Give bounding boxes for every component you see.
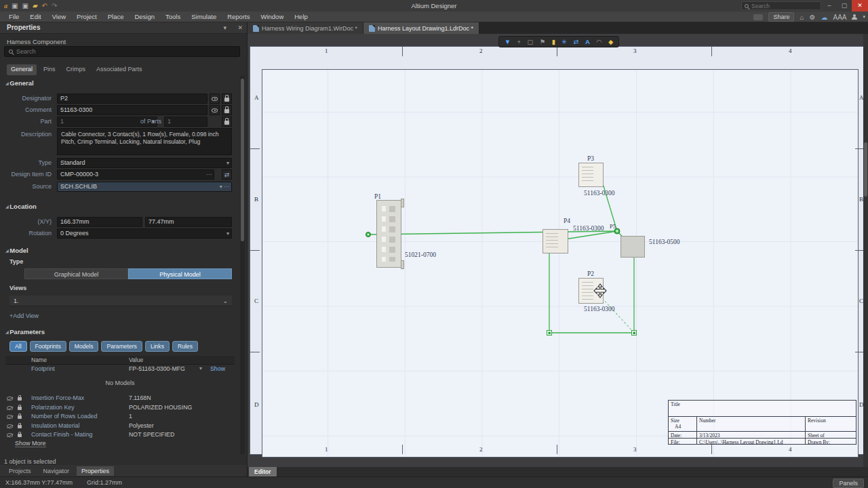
filter-links[interactable]: Links <box>145 341 170 352</box>
tab-associated-parts[interactable]: Associated Parts <box>92 64 146 75</box>
global-search[interactable] <box>741 1 821 10</box>
section-parameters[interactable]: Parameters <box>5 328 45 336</box>
menu-reports[interactable]: Reports <box>222 12 254 22</box>
menu-simulate[interactable]: Simulate <box>186 12 221 22</box>
settings-gear-icon[interactable]: ⚙ <box>810 14 816 21</box>
visibility-off-icon[interactable] <box>7 433 13 437</box>
comment-field[interactable]: 51163-0300 <box>57 105 208 115</box>
parameter-row[interactable]: Insertion Force-Max 7.1168N <box>5 394 235 404</box>
open-folder-icon[interactable]: ▰ <box>33 1 38 11</box>
connector-p4[interactable] <box>542 229 568 253</box>
connector-p5[interactable] <box>620 236 645 258</box>
filter-rules[interactable]: Rules <box>172 341 198 352</box>
global-search-input[interactable] <box>751 3 812 9</box>
menu-design[interactable]: Design <box>130 12 159 22</box>
lock-icon[interactable] <box>18 407 22 410</box>
lock-icon[interactable] <box>18 425 22 428</box>
connector-icon[interactable]: ▮ <box>552 37 555 47</box>
filter-icon[interactable]: ▼ <box>505 37 511 47</box>
lock-icon[interactable] <box>18 397 22 401</box>
comment-icon[interactable] <box>753 14 763 20</box>
splice-icon[interactable]: ✳ <box>561 37 567 47</box>
flag-icon[interactable]: ⚑ <box>540 37 546 47</box>
x-field[interactable]: 166.37mm <box>57 217 142 227</box>
filter-parameters[interactable]: Parameters <box>101 341 142 352</box>
tab-crimps[interactable]: Crimps <box>62 64 90 75</box>
add-view-link[interactable]: +Add View <box>9 312 39 319</box>
filter-footprints[interactable]: Footprints <box>30 341 66 352</box>
menu-edit[interactable]: Edit <box>25 12 45 22</box>
of-parts-field[interactable]: 1 <box>164 117 208 127</box>
visibility-off-icon[interactable] <box>7 396 13 401</box>
properties-search-input[interactable] <box>16 48 220 55</box>
menu-help[interactable]: Help <box>290 12 313 22</box>
section-model[interactable]: Model <box>5 247 28 254</box>
parameter-row[interactable]: Contact Finish - Mating NOT SPECIFIED <box>5 431 235 441</box>
maximize-button[interactable]: ▢ <box>837 0 852 12</box>
profile-dropdown-icon[interactable]: ▾ <box>863 14 865 20</box>
footprint-row[interactable]: Footprint FP-51163-0300-MFG ▾ Show <box>5 365 235 375</box>
design-item-id-field[interactable]: CMP-00000-3⋯ <box>57 169 214 180</box>
visibility-off-icon[interactable] <box>7 424 13 428</box>
designator-visibility-icon[interactable] <box>210 94 220 104</box>
share-button[interactable]: Share <box>768 12 794 22</box>
section-location[interactable]: Location <box>5 203 37 210</box>
panel-menu-icon[interactable]: ▾ <box>223 24 226 31</box>
redo-icon[interactable]: ↷ <box>52 1 57 11</box>
home-icon[interactable]: ⌂ <box>800 14 804 21</box>
type-dropdown[interactable]: Standard▾ <box>57 158 232 168</box>
parameter-row[interactable]: Number of Rows Loaded 1 <box>5 413 235 422</box>
description-field[interactable]: Cable Connector, 3 Contact(s), 1 Row(s),… <box>57 128 232 155</box>
menu-window[interactable]: Window <box>256 12 288 22</box>
connector-p3[interactable] <box>578 163 604 187</box>
menu-view[interactable]: View <box>47 12 71 22</box>
show-more-link[interactable]: Show More <box>15 440 46 447</box>
menu-tools[interactable]: Tools <box>161 12 185 22</box>
comment-lock-icon[interactable] <box>222 105 232 115</box>
tab-pins[interactable]: Pins <box>39 64 60 75</box>
y-field[interactable]: 77.47mm <box>145 217 232 227</box>
filter-models[interactable]: Models <box>69 341 99 352</box>
menu-project[interactable]: Project <box>72 12 102 22</box>
lock-icon[interactable] <box>18 415 22 419</box>
source-dropdown[interactable]: SCH.SCHLIB▾ ⋯ <box>57 182 232 192</box>
designator-field[interactable]: P2 <box>57 94 208 104</box>
graphical-model-button[interactable]: Graphical Model <box>24 268 128 279</box>
menu-file[interactable]: File <box>4 12 24 22</box>
designator-lock-icon[interactable] <box>222 94 232 104</box>
minimize-button[interactable]: – <box>822 0 837 12</box>
connector-p1[interactable] <box>376 200 401 268</box>
swap-icon[interactable]: ⇄ <box>222 169 232 180</box>
canvas-scrollbar[interactable] <box>863 34 868 467</box>
parameter-row[interactable]: Insulation Material Polyester <box>5 422 235 432</box>
parameter-row[interactable]: Polarization Key POLARIZED HOUSING <box>5 404 235 413</box>
part-lock-icon[interactable] <box>222 117 232 127</box>
tab-harness-layout-drawing[interactable]: Harness Layout Drawing1.LdrDoc * <box>363 22 479 34</box>
drawing-canvas[interactable]: 1 2 3 4 1 2 3 4 A B C D A B C D <box>248 34 868 467</box>
close-button[interactable]: ✕ <box>852 0 868 12</box>
point-icon[interactable]: ◆ <box>608 37 613 47</box>
comment-visibility-icon[interactable] <box>210 105 220 115</box>
editor-tab[interactable]: Editor <box>249 467 277 476</box>
lock-icon[interactable] <box>18 434 22 437</box>
save-all-icon[interactable]: ▣ <box>22 1 28 11</box>
select-rect-icon[interactable]: ▢ <box>527 37 533 47</box>
drag-wire-icon[interactable]: ⇄ <box>574 37 579 47</box>
tab-properties[interactable]: Properties <box>77 466 114 476</box>
cloud-icon[interactable]: ☁ <box>821 14 827 21</box>
menu-place[interactable]: Place <box>103 12 129 22</box>
user-profile-icon[interactable] <box>852 14 857 20</box>
visibility-off-icon[interactable] <box>7 406 13 410</box>
tab-harness-wiring-diagram[interactable]: Harness Wiring Diagram1.WirDoc * <box>248 22 363 34</box>
tab-navigator[interactable]: Navigator <box>39 466 75 476</box>
panel-scrollbar[interactable] <box>240 76 245 454</box>
tab-general[interactable]: General <box>7 64 37 75</box>
save-icon[interactable]: ▣ <box>12 1 18 11</box>
footprint-dropdown-icon[interactable]: ▾ <box>199 365 202 371</box>
undo-icon[interactable]: ↶ <box>42 1 47 11</box>
footprint-show-link[interactable]: Show <box>210 365 225 372</box>
panel-close-icon[interactable]: ✕ <box>237 24 243 31</box>
tab-projects[interactable]: Projects <box>4 466 36 476</box>
section-general[interactable]: General <box>5 79 34 87</box>
text-icon[interactable]: A <box>585 37 590 47</box>
